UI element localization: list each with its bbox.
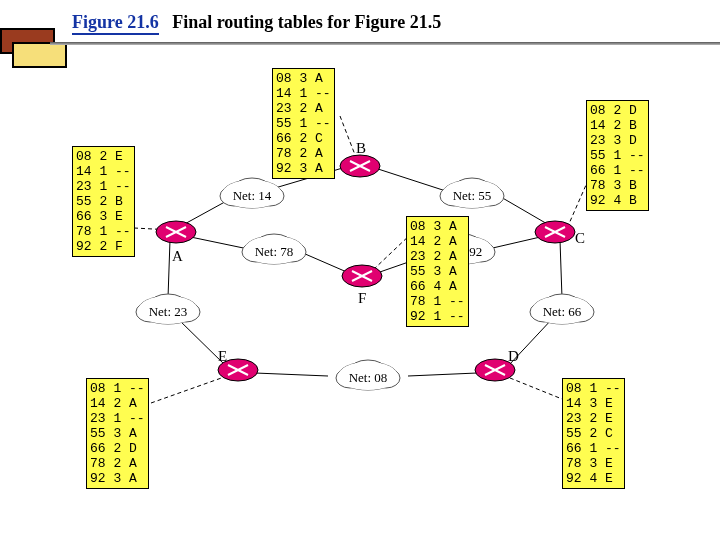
routing-table-D: 08 1 -- 14 3 E 23 2 E 55 2 C 66 1 -- 78 …: [562, 378, 625, 489]
diagram: Net: 14 Net: 55 Net: 78 Net: 92 Net: 23 …: [0, 58, 720, 488]
routing-table-B: 08 3 A 14 1 -- 23 2 A 55 1 -- 66 2 C 78 …: [272, 68, 335, 179]
svg-line-16: [168, 240, 170, 298]
svg-line-20: [255, 373, 328, 376]
router-label-C: C: [575, 230, 585, 247]
routing-table-C: 08 2 D 14 2 B 23 3 D 55 1 -- 66 1 -- 78 …: [586, 100, 649, 211]
router-label-A: A: [172, 248, 183, 265]
routing-table-A: 08 2 E 14 1 -- 23 1 -- 55 2 B 66 3 E 78 …: [72, 146, 135, 257]
net-14: Net: 14: [220, 188, 284, 204]
router-label-D: D: [508, 348, 519, 365]
net-66: Net: 66: [530, 304, 594, 320]
net-08: Net: 08: [336, 370, 400, 386]
net-23: Net: 23: [136, 304, 200, 320]
net-55: Net: 55: [440, 188, 504, 204]
svg-line-21: [408, 373, 477, 376]
svg-line-26: [151, 376, 227, 403]
figure-title: Figure 21.6 Final routing tables for Fig…: [72, 12, 441, 35]
figure-number: Figure 21.6: [72, 12, 159, 35]
router-label-E: E: [218, 348, 227, 365]
figure-caption: Final routing tables for Figure 21.5: [172, 12, 441, 32]
net-78: Net: 78: [242, 244, 306, 260]
router-label-F: F: [358, 290, 366, 307]
svg-line-23: [340, 116, 357, 160]
routing-table-F: 08 3 A 14 2 A 23 2 A 55 3 A 66 4 A 78 1 …: [406, 216, 469, 327]
router-label-B: B: [356, 140, 366, 157]
divider: [50, 42, 720, 45]
svg-line-17: [560, 240, 562, 298]
routing-table-E: 08 1 -- 14 2 A 23 1 -- 55 3 A 66 2 D 78 …: [86, 378, 149, 489]
